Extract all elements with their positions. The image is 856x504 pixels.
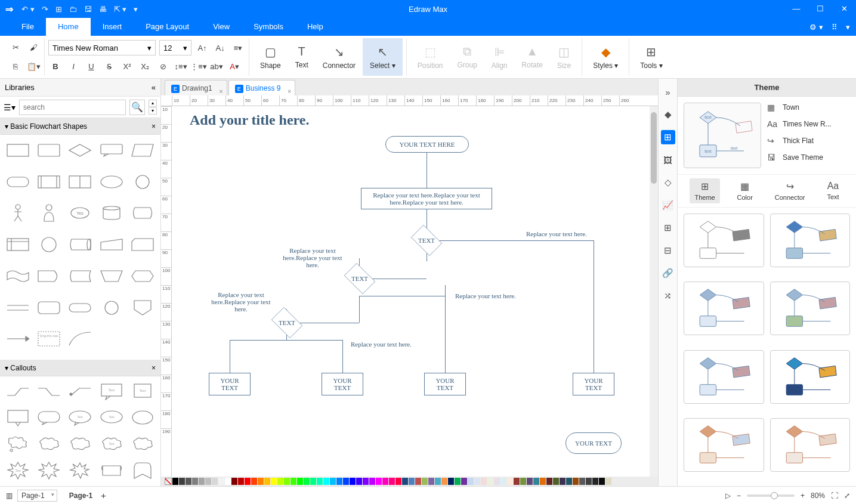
connector-line[interactable] — [230, 340, 286, 341]
underline-icon[interactable]: U — [84, 60, 98, 74]
select-tool[interactable]: ↖Select ▾ — [363, 38, 403, 76]
connector-line[interactable] — [286, 340, 342, 341]
zoom-slider[interactable] — [747, 494, 795, 497]
color-swatch[interactable] — [599, 478, 605, 485]
callout-shape[interactable] — [129, 460, 156, 481]
fc-label-left1[interactable]: Replace your text here.Replace your text… — [283, 247, 342, 268]
bullets-icon[interactable]: ⋮≡▾ — [191, 60, 206, 74]
zoom-out-button[interactable]: − — [737, 491, 741, 500]
lib-up-icon[interactable]: ▴ — [149, 100, 157, 107]
fc-decision-2[interactable]: TEXT — [341, 266, 378, 291]
zoom-in-button[interactable]: + — [801, 491, 805, 500]
callout-burst2[interactable] — [36, 460, 62, 481]
close-section-icon-2[interactable]: × — [152, 364, 156, 372]
increase-font-icon[interactable]: A↑ — [195, 41, 209, 55]
clear-format-icon[interactable]: ⊘ — [156, 60, 170, 74]
color-swatch[interactable] — [343, 478, 349, 485]
superscript-icon[interactable]: X² — [120, 60, 134, 74]
minimize-button[interactable]: — — [784, 0, 808, 18]
color-swatch[interactable] — [231, 478, 237, 485]
theme-thumbnail[interactable] — [684, 214, 764, 267]
color-swatch[interactable] — [336, 478, 342, 485]
connector-line[interactable] — [359, 296, 445, 296]
font-size-combo[interactable]: 12▾ — [159, 40, 191, 55]
theme-connector[interactable]: ↪Thick Flat — [767, 136, 850, 146]
theme-thumbnail[interactable] — [684, 350, 764, 404]
shape-tape[interactable] — [5, 265, 31, 287]
shape-internal[interactable] — [5, 234, 31, 255]
shape-direct-data[interactable] — [67, 234, 93, 255]
format-painter-icon[interactable]: 🖌 — [26, 41, 41, 55]
color-swatch[interactable] — [330, 478, 336, 485]
color-swatch[interactable] — [494, 478, 500, 485]
new-icon[interactable]: ⊞ — [55, 5, 62, 14]
fc-label-mid[interactable]: Replace your text here. — [342, 341, 420, 348]
print-icon[interactable]: 🖶 — [99, 5, 107, 14]
apps-icon[interactable]: ⠿ — [832, 23, 838, 32]
color-swatch[interactable] — [389, 478, 395, 485]
menu-page-layout[interactable]: Page Layout — [134, 18, 201, 36]
theme-icon[interactable]: ⊞ — [661, 130, 675, 144]
fc-box-1[interactable]: YOUR TEXT — [209, 373, 251, 395]
shape-annotation[interactable]: Drag this side — [36, 328, 62, 350]
bold-icon[interactable]: B — [48, 60, 63, 74]
color-swatch[interactable] — [172, 478, 178, 485]
fc-terminator-start[interactable]: YOUR TEXT HERE — [385, 136, 469, 153]
color-swatch[interactable] — [186, 478, 191, 485]
callout-banner[interactable] — [98, 460, 125, 481]
color-swatch[interactable] — [605, 478, 611, 485]
color-swatch[interactable] — [363, 478, 369, 485]
styles-tool[interactable]: ◆Styles ▾ — [586, 38, 625, 76]
callout-oval3[interactable] — [129, 407, 156, 429]
pages-icon[interactable]: ▥ — [6, 491, 13, 500]
size-tool[interactable]: ◫Size — [550, 38, 578, 76]
grid-icon[interactable]: ⊟ — [661, 243, 675, 258]
fc-process-1[interactable]: Replace your text here.Replace your text… — [361, 188, 492, 209]
theme-thumbnail[interactable] — [684, 418, 764, 472]
section-basic-flowchart[interactable]: ▾ Basic Flowchart Shapes× — [0, 118, 160, 135]
shape-terminator[interactable] — [5, 171, 31, 193]
color-swatch[interactable] — [277, 478, 283, 485]
color-swatch[interactable] — [291, 478, 296, 485]
color-swatch[interactable] — [422, 478, 428, 485]
search-icon[interactable]: 🔍 — [129, 100, 145, 115]
color-swatch[interactable] — [376, 478, 382, 485]
flowchart-title[interactable]: Add your title here. — [190, 112, 309, 128]
no-color-icon[interactable] — [165, 478, 172, 485]
color-swatch[interactable] — [356, 478, 362, 485]
fc-decision-1[interactable]: TEXT — [408, 228, 445, 253]
color-swatch[interactable] — [284, 478, 290, 485]
fc-decision-3[interactable]: TEXT — [268, 310, 305, 335]
shape-circle3[interactable] — [98, 297, 125, 319]
callout-cloud1[interactable] — [5, 434, 31, 455]
fc-label-left2[interactable]: Replace your text here.Replace your text… — [211, 291, 271, 313]
shape-actor[interactable] — [5, 202, 31, 224]
open-icon[interactable]: 🗀 — [69, 5, 77, 14]
color-swatch[interactable] — [468, 478, 474, 485]
color-swatch[interactable] — [455, 478, 461, 485]
canvas[interactable]: Add your title here. — [172, 106, 658, 477]
fit-page-icon[interactable]: ⛶ — [831, 491, 838, 500]
shape-parallel[interactable] — [5, 297, 31, 319]
connector-line[interactable] — [427, 240, 594, 241]
color-swatch[interactable] — [474, 478, 480, 485]
group-tool[interactable]: ⧉Group — [450, 38, 484, 76]
color-swatch[interactable] — [225, 478, 231, 485]
color-swatch[interactable] — [540, 478, 546, 485]
color-swatch[interactable] — [500, 478, 506, 485]
copy-icon[interactable]: ⎘ — [8, 59, 23, 73]
shape-callout[interactable] — [98, 140, 125, 161]
color-swatch[interactable] — [271, 478, 277, 485]
library-menu-icon[interactable]: ☰▾ — [4, 103, 16, 112]
theme-thumbnail[interactable] — [770, 418, 851, 472]
section-callouts[interactable]: ▾ Callouts× — [0, 360, 160, 376]
color-swatch[interactable] — [461, 478, 467, 485]
fc-box-3[interactable]: YOUR TEXT — [424, 373, 466, 395]
shape-offpage[interactable] — [129, 297, 156, 319]
theme-save[interactable]: 🖫Save Theme — [767, 153, 850, 162]
undo-icon[interactable]: ↶ ▾ — [21, 5, 35, 14]
shape-decision[interactable] — [67, 140, 93, 161]
library-search-input[interactable] — [19, 100, 126, 115]
theme-tab-connector[interactable]: ↪Connector — [770, 178, 810, 203]
color-swatch[interactable] — [402, 478, 408, 485]
